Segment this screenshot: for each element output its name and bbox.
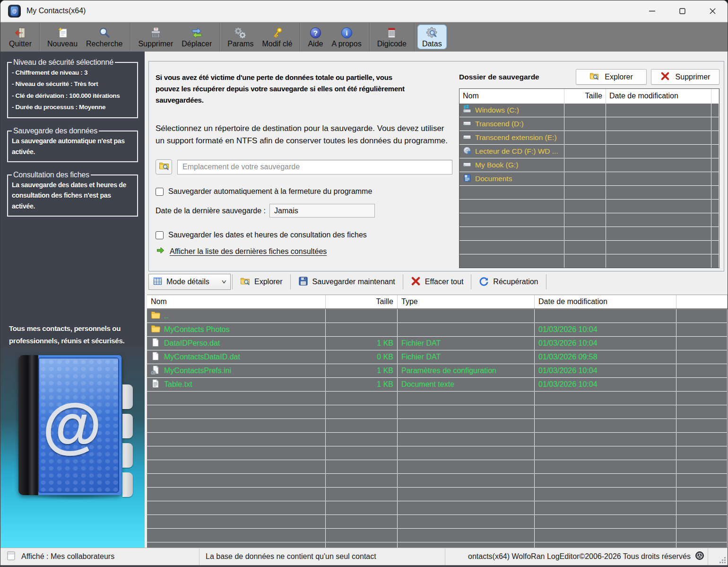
- save-floppy-icon: [298, 276, 308, 288]
- table-cell-empty: [147, 501, 326, 515]
- table-cell-empty: [326, 433, 398, 446]
- sidebar: Niveau de sécurité sélectionné - Chiffre…: [0, 52, 145, 548]
- file-row[interactable]: MyContactsDataID.dat 0 KB Fichier DAT 01…: [147, 350, 728, 364]
- help-button[interactable]: ? Aide: [303, 25, 327, 49]
- view-mode-select[interactable]: Mode détails ˅: [148, 274, 231, 290]
- drive-name: Windows (C:): [475, 106, 519, 114]
- table-cell-empty: [459, 186, 564, 199]
- table-cell-empty: [606, 227, 711, 240]
- table-cell-empty: [711, 254, 719, 268]
- security-line: - Durée du processus : Moyenne: [12, 102, 133, 113]
- table-row-empty: [147, 515, 728, 529]
- datas-button[interactable]: Datas: [418, 25, 446, 49]
- toolbar-button-label: Quitter: [9, 40, 32, 48]
- maximize-button[interactable]: [667, 0, 697, 21]
- column-header-extra: [676, 295, 728, 308]
- auto-save-label: Sauvegarder automatiquement à la fermetu…: [168, 187, 372, 196]
- column-header-nom[interactable]: Nom: [147, 295, 326, 308]
- new-button[interactable]: Nouveau: [43, 25, 82, 49]
- toolbar-separator: [232, 274, 233, 289]
- close-button[interactable]: [697, 0, 728, 21]
- file-size-cell: [326, 323, 398, 336]
- table-cell-empty: [535, 542, 676, 548]
- table-cell-empty: [398, 488, 535, 501]
- column-header-nom[interactable]: Nom: [459, 89, 564, 103]
- file-row[interactable]: Table.txt 1 KB Document texte 01/03/2026…: [147, 378, 728, 392]
- table-cell-empty: [676, 529, 728, 542]
- table-cell-empty: [326, 488, 398, 501]
- file-name: Table.txt: [164, 380, 192, 389]
- table-row-empty: [147, 488, 728, 501]
- drive-row[interactable]: My Book (G:): [459, 158, 719, 172]
- file-row[interactable]: ..: [147, 309, 728, 323]
- config-file-icon: [151, 365, 160, 376]
- file-name-cell: ..: [147, 309, 326, 323]
- file-type-cell: Paramètres de configuration: [398, 364, 535, 377]
- file-row[interactable]: MyContacts Photos 01/03/2026 10:04: [147, 323, 728, 337]
- browse-folder-button[interactable]: [156, 159, 172, 174]
- green-arrow-icon: [156, 246, 165, 257]
- backup-folder-header: Dossier de sauvegarde Explorer Supprimer: [459, 69, 719, 85]
- drive-row[interactable]: Transcend (D:): [459, 117, 719, 131]
- minimize-button[interactable]: [637, 0, 667, 21]
- file-name: DataIDPerso.dat: [164, 339, 220, 348]
- show-consulted-link[interactable]: Afficher la liste des dernières fiches c…: [170, 247, 327, 256]
- drive-icon: [463, 160, 472, 171]
- table-cell-empty: [676, 433, 728, 446]
- auto-save-checkbox[interactable]: [156, 188, 164, 196]
- consult-save-label: Sauvegarder les dates et heures de consu…: [168, 231, 367, 239]
- change-key-button[interactable]: Modif clé: [258, 25, 296, 49]
- table-cell-empty: [564, 213, 606, 227]
- column-header-date[interactable]: Date de modification: [535, 295, 676, 308]
- about-button[interactable]: i A propos: [327, 25, 365, 49]
- security-line: - Chiffrement de niveau : 3: [12, 67, 133, 79]
- table-cell-empty: [606, 200, 711, 213]
- table-row-empty: [147, 501, 728, 515]
- clear-all-button[interactable]: Effacer tout: [405, 274, 470, 290]
- new-contact-icon: [56, 26, 69, 39]
- column-header-date[interactable]: Date de modification: [606, 89, 711, 103]
- recovery-button[interactable]: Récupération: [473, 274, 544, 290]
- column-header-type[interactable]: Type: [398, 295, 535, 308]
- column-header-taille[interactable]: Taille: [564, 89, 606, 103]
- explorer-button[interactable]: Explorer: [576, 69, 647, 85]
- toolbar-button-label: Nouveau: [47, 40, 78, 48]
- drive-extra-cell: [711, 158, 719, 172]
- chevron-down-icon: ˅: [222, 279, 227, 286]
- table-row-empty: [147, 460, 728, 474]
- table-cell-empty: [606, 186, 711, 199]
- quit-button[interactable]: Quitter: [5, 25, 36, 49]
- folder-search-icon: [589, 71, 599, 83]
- drive-row[interactable]: Documents: [459, 172, 719, 185]
- search-button[interactable]: Recherche: [82, 25, 127, 49]
- table-cell-empty: [606, 213, 711, 227]
- consult-save-checkbox[interactable]: [156, 231, 164, 239]
- drive-row[interactable]: Transcend extension (E:): [459, 131, 719, 144]
- file-name: MyContactsDataID.dat: [164, 353, 240, 361]
- file-row[interactable]: MyContactsPrefs.ini 1 KB Paramètres de c…: [147, 364, 728, 378]
- params-button[interactable]: Params: [223, 25, 258, 49]
- backup-now-button[interactable]: Sauvegarder maintenant: [292, 274, 401, 290]
- delete-backup-button[interactable]: Supprimer: [651, 69, 719, 85]
- file-row[interactable]: DataIDPerso.dat 1 KB Fichier DAT 01/03/2…: [147, 337, 728, 350]
- move-button[interactable]: Déplacer: [177, 25, 216, 49]
- table-cell-empty: [147, 474, 326, 487]
- drive-row[interactable]: Windows (C:): [459, 103, 719, 117]
- backup-group-title: Sauvegarde des données: [12, 127, 99, 135]
- table-cell-empty: [564, 227, 606, 240]
- explorer-files-button[interactable]: Explorer: [234, 274, 289, 290]
- drive-name-cell: Transcend (D:): [459, 117, 564, 131]
- toolbar-button-label: Supprimer: [138, 40, 173, 48]
- window-body: Niveau de sécurité sélectionné - Chiffre…: [0, 52, 728, 548]
- table-cell-empty: [564, 241, 606, 254]
- column-header-taille[interactable]: Taille: [326, 295, 398, 308]
- table-cell-empty: [326, 446, 398, 460]
- table-row-empty: [147, 419, 728, 433]
- resize-grip[interactable]: [708, 548, 728, 565]
- delete-button[interactable]: Supprimer: [134, 25, 177, 49]
- backup-now-label: Sauvegarder maintenant: [312, 278, 395, 286]
- drive-row[interactable]: Lecteur de CD (F:) WD ...: [459, 144, 719, 158]
- digicode-button[interactable]: Digicode: [373, 25, 411, 49]
- book-body: @: [18, 355, 121, 495]
- backup-location-input[interactable]: [177, 160, 452, 174]
